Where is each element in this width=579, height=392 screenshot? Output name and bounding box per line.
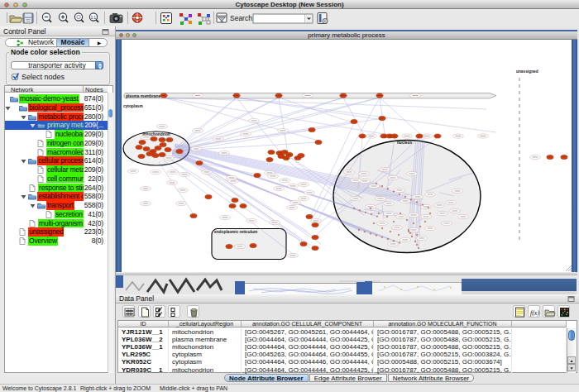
svg-text:plasma membrane: plasma membrane xyxy=(126,94,160,98)
svg-text:unassigned: unassigned xyxy=(516,69,538,74)
svg-text:1:1: 1:1 xyxy=(91,16,97,20)
svg-text:cytoplasm: cytoplasm xyxy=(123,104,143,108)
svg-text:endoplasmic reticulum: endoplasmic reticulum xyxy=(214,230,257,234)
svg-text:Search:: Search: xyxy=(230,14,254,22)
svg-text:nucleus: nucleus xyxy=(397,141,412,145)
svg-text:f(x): f(x) xyxy=(530,309,539,317)
